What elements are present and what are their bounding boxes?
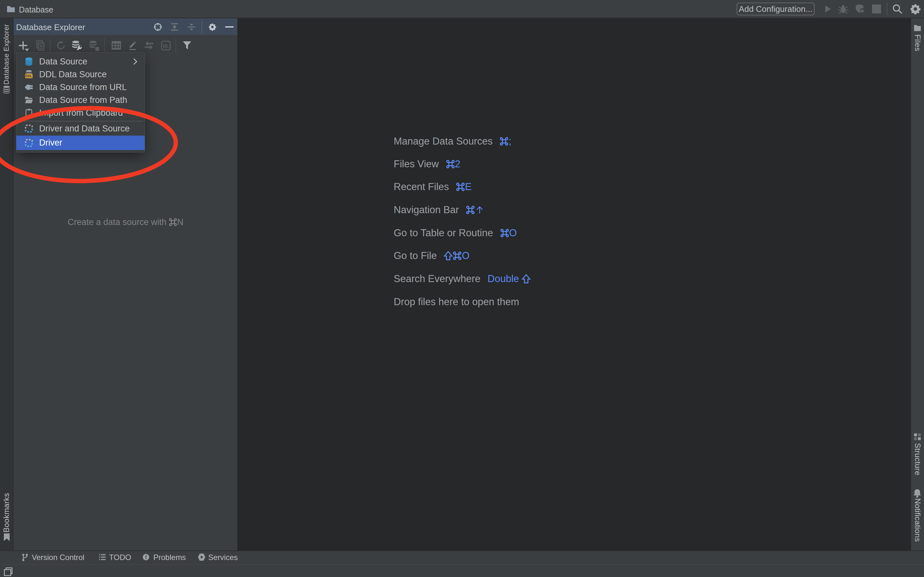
svg-text:DDL: DDL bbox=[25, 74, 32, 78]
svg-text:QL: QL bbox=[163, 44, 169, 48]
